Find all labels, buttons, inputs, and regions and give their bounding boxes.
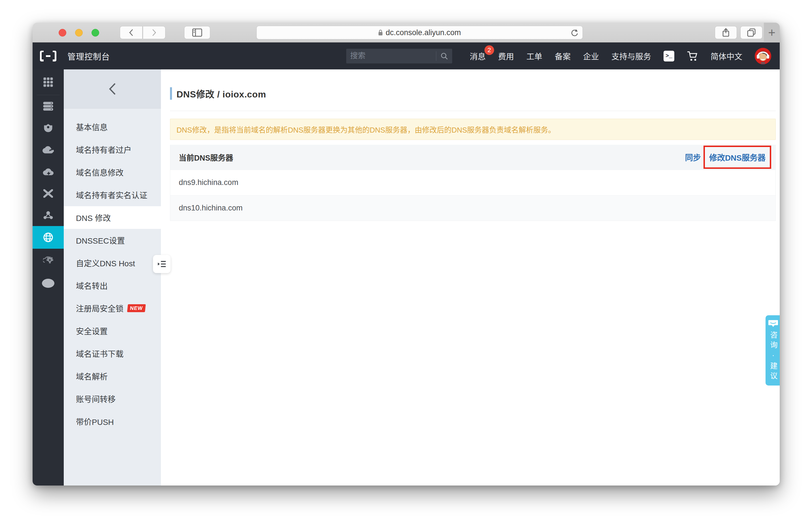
sidebar-toggle-button[interactable]	[184, 26, 210, 39]
search-input[interactable]	[350, 52, 434, 60]
search-icon[interactable]	[440, 52, 448, 60]
forward-chevron-icon	[151, 28, 157, 37]
nav-messages[interactable]: 消息 2	[470, 50, 485, 62]
chevron-left-icon	[108, 83, 117, 96]
domain-sidebar: 基本信息 域名持有者过户 域名信息修改 域名持有者实名认证 DNS 修改 DNS…	[64, 69, 161, 485]
nav-support[interactable]: 支持与服务	[611, 50, 651, 62]
address-bar[interactable]: dc.console.aliyun.com	[257, 26, 583, 39]
sidebar-collapse-handle[interactable]	[153, 255, 171, 273]
nav-enterprise[interactable]: 企业	[583, 50, 599, 62]
sidebar-item-security-settings[interactable]: 安全设置	[64, 320, 161, 342]
page-title: DNS修改 / ioiox.com	[176, 87, 266, 100]
plus-icon: +	[768, 26, 775, 40]
share-icon	[722, 28, 729, 37]
close-button[interactable]	[59, 29, 66, 36]
sidebar-item-domain-transfer-out[interactable]: 域名转出	[64, 274, 161, 297]
window-controls	[59, 29, 99, 36]
nav-icp[interactable]: 备案	[555, 50, 570, 62]
sidebar-item-realname[interactable]: 域名持有者实名认证	[64, 184, 161, 206]
title-divider	[170, 111, 776, 111]
sidebar-item-dnssec[interactable]: DNSSEC设置	[64, 229, 161, 251]
sidebar-menu: 基本信息 域名持有者过户 域名信息修改 域名持有者实名认证 DNS 修改 DNS…	[64, 108, 161, 433]
security-shield-icon[interactable]	[32, 117, 64, 139]
tabs-overview-button[interactable]	[740, 26, 763, 39]
nav-billing[interactable]: 费用	[498, 50, 514, 62]
collapse-lines-icon	[158, 260, 166, 268]
server-stack-icon[interactable]	[32, 95, 64, 117]
cart-icon[interactable]	[687, 51, 698, 61]
browser-toolbar: dc.console.aliyun.com +	[32, 23, 780, 43]
sidebar-item-push-with-price[interactable]: 带价PUSH	[64, 410, 161, 433]
consult-feedback-widget[interactable]: 咨询·建议	[766, 315, 780, 385]
share-button[interactable]	[715, 26, 737, 39]
cloud-storage-icon[interactable]	[32, 139, 64, 161]
chat-bubble-icon	[768, 320, 778, 327]
sidebar-item-dns-modify[interactable]: DNS 修改	[64, 206, 161, 229]
url-text: dc.console.aliyun.com	[386, 28, 461, 37]
reload-icon[interactable]	[570, 28, 579, 38]
back-chevron-icon	[128, 28, 134, 37]
sidebar-item-cert-download[interactable]: 域名证书下载	[64, 342, 161, 365]
sidebar-panel-icon	[192, 28, 202, 37]
zoom-button[interactable]	[91, 29, 99, 36]
console-title: 管理控制台	[68, 50, 110, 62]
message-count-badge: 2	[484, 45, 494, 55]
search-divider	[436, 51, 436, 61]
lock-icon	[378, 29, 383, 36]
molecule-nodes-icon[interactable]	[32, 204, 64, 226]
avatar-image	[755, 48, 771, 64]
sync-link[interactable]: 同步	[685, 151, 701, 163]
consult-widget-label: 咨询·建议	[769, 331, 777, 382]
table-header-row: 当前DNS服务器 同步 修改DNS服务器	[170, 145, 775, 170]
dns-notice-banner: DNS修改，是指将当前域名的解析DNS服务器更换为其他的DNS服务器，由修改后的…	[170, 119, 776, 140]
language-switcher[interactable]: 简体中文	[711, 50, 742, 62]
sidebar-item-holder-transfer[interactable]: 域名持有者过户	[64, 138, 161, 161]
avatar[interactable]	[755, 48, 771, 64]
sidebar-item-info-modify[interactable]: 域名信息修改	[64, 161, 161, 184]
globe-domains-icon[interactable]	[32, 226, 64, 249]
product-icon-rail	[32, 69, 64, 485]
table-row-dns9: dns9.hichina.com	[170, 170, 775, 195]
title-accent-bar	[170, 87, 172, 100]
main-content: DNS修改 / ioiox.com DNS修改，是指将当前域名的解析DNS服务器…	[161, 69, 780, 485]
back-button[interactable]	[120, 26, 143, 39]
forward-button[interactable]	[143, 26, 165, 39]
dns-server-table: 当前DNS服务器 同步 修改DNS服务器 dns9.hichina.com dn…	[170, 145, 776, 221]
apps-grid-icon[interactable]	[32, 69, 64, 95]
cdn-cloud-icon[interactable]	[32, 161, 64, 182]
aliyun-logo[interactable]	[40, 50, 57, 62]
minimize-button[interactable]	[75, 29, 83, 36]
table-row-dns10: dns10.hichina.com	[170, 195, 775, 221]
tabs-overview-icon	[747, 28, 756, 37]
cloud-gear-icon[interactable]	[32, 249, 64, 270]
profile-dot-icon[interactable]	[32, 272, 64, 294]
console-topbar: 管理控制台 消息 2 费用 工单 备案 企业 支持与服务 >_	[32, 43, 780, 69]
terminal-icon[interactable]: >_	[664, 51, 674, 61]
browser-window: dc.console.aliyun.com +	[32, 23, 780, 485]
global-search[interactable]	[346, 49, 452, 63]
annotation-highlight-box: 修改DNS服务器	[704, 146, 771, 169]
modify-dns-link[interactable]: 修改DNS服务器	[709, 153, 766, 162]
sidebar-item-dns-resolution[interactable]: 域名解析	[64, 365, 161, 387]
sidebar-collapse-header[interactable]	[64, 69, 161, 108]
sidebar-item-basic-info[interactable]: 基本信息	[64, 116, 161, 138]
new-badge: NEW	[127, 304, 146, 312]
sidebar-item-account-transfer[interactable]: 账号间转移	[64, 387, 161, 410]
sidebar-item-registry-lock[interactable]: 注册局安全锁 NEW	[64, 297, 161, 320]
sidebar-item-custom-dns-host[interactable]: 自定义DNS Host	[64, 251, 161, 274]
nav-tickets[interactable]: 工单	[526, 50, 542, 62]
table-header-label: 当前DNS服务器	[179, 152, 233, 163]
nav-messages-label: 消息	[470, 53, 485, 61]
network-x-icon[interactable]	[32, 182, 64, 204]
new-tab-button[interactable]: +	[764, 23, 780, 43]
